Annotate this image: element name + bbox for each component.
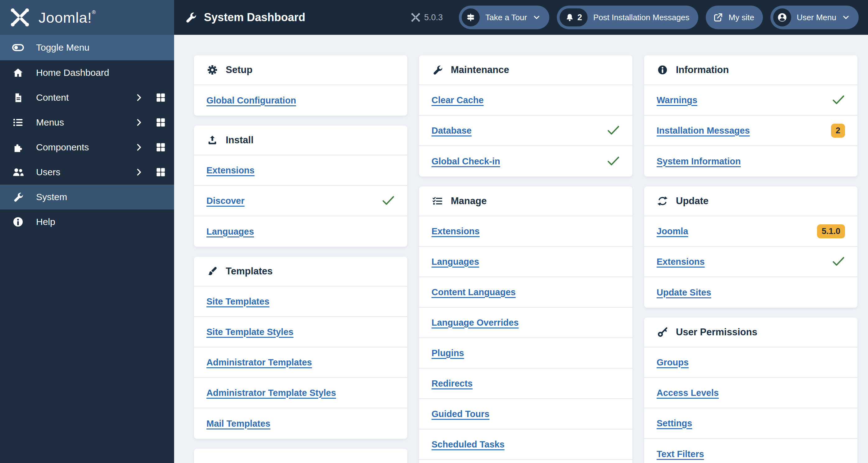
card-row: Languages: [194, 216, 407, 247]
card-title: Templates: [226, 266, 273, 277]
app-window: Joomla!® Toggle Menu Home Dashboard Cont…: [0, 0, 868, 463]
link-administrator-templates[interactable]: Administrator Templates: [207, 357, 312, 368]
grid-icon[interactable]: [155, 142, 166, 153]
dashboard-column-2: Maintenance Clear Cache Database Global …: [419, 55, 632, 463]
link-install-languages[interactable]: Languages: [207, 227, 254, 237]
list-check-icon: [432, 196, 443, 206]
refresh-icon: [657, 196, 669, 206]
card-row: Groups: [644, 348, 858, 378]
grid-icon[interactable]: [155, 92, 166, 103]
card-row: Discover: [194, 186, 407, 216]
sidebar-item-menus[interactable]: Menus: [0, 110, 174, 135]
link-administrator-template-styles[interactable]: Administrator Template Styles: [207, 388, 336, 398]
card-row: Access Levels: [644, 378, 858, 408]
link-access-levels[interactable]: Access Levels: [657, 388, 719, 398]
link-update-extensions[interactable]: Extensions: [657, 257, 705, 267]
sidebar-item-components[interactable]: Components: [0, 135, 174, 160]
card-row: Joomla 5.1.0: [644, 216, 858, 247]
sidebar-item-label: System: [36, 192, 67, 202]
document-icon: [11, 93, 25, 103]
link-update-sites[interactable]: Update Sites: [657, 288, 711, 298]
link-install-extensions[interactable]: Extensions: [207, 165, 255, 175]
key-icon: [657, 327, 669, 337]
chevron-right-icon[interactable]: [134, 118, 144, 127]
link-global-check-in[interactable]: Global Check-in: [432, 156, 500, 167]
link-text-filters[interactable]: Text Filters: [657, 449, 704, 459]
sidebar-item-users[interactable]: Users: [0, 160, 174, 185]
link-warnings[interactable]: Warnings: [657, 95, 697, 105]
link-groups[interactable]: Groups: [657, 357, 689, 368]
chevron-right-icon[interactable]: [134, 143, 144, 152]
link-settings[interactable]: Settings: [657, 418, 692, 429]
card-row: Scheduled Tasks: [419, 429, 632, 460]
gear-icon: [207, 65, 218, 75]
card-row: Guided Tours: [419, 399, 632, 429]
link-guided-tours[interactable]: Guided Tours: [432, 409, 489, 419]
card-templates: Templates Site Templates Site Template S…: [194, 257, 407, 439]
card-row: Plugins: [419, 338, 632, 368]
sidebar-item-system[interactable]: System: [0, 185, 174, 209]
signpost-icon: [462, 8, 480, 26]
user-menu-label: User Menu: [797, 13, 836, 22]
sidebar-item-home-dashboard[interactable]: Home Dashboard: [0, 60, 174, 85]
sidebar-item-content[interactable]: Content: [0, 85, 174, 110]
user-menu-button[interactable]: User Menu: [770, 6, 859, 29]
check-icon: [832, 95, 845, 105]
link-content-languages[interactable]: Content Languages: [432, 287, 516, 297]
wrench-icon: [432, 65, 443, 75]
link-joomla-update[interactable]: Joomla: [657, 226, 688, 236]
sidebar-item-help[interactable]: Help: [0, 209, 174, 234]
card-row: Administrator Templates: [194, 348, 407, 378]
link-database[interactable]: Database: [432, 126, 472, 136]
post-installation-label: Post Installation Messages: [593, 13, 689, 22]
link-manage-extensions[interactable]: Extensions: [432, 226, 480, 236]
notification-count: 2: [560, 8, 588, 26]
link-clear-cache[interactable]: Clear Cache: [432, 95, 484, 105]
info-circle-icon: [11, 216, 25, 228]
link-site-template-styles[interactable]: Site Template Styles: [207, 327, 293, 337]
my-site-button[interactable]: My site: [706, 6, 763, 29]
card-row: Update Sites: [644, 277, 858, 308]
link-language-overrides[interactable]: Language Overrides: [432, 318, 519, 328]
grid-icon[interactable]: [155, 117, 166, 128]
sidebar-item-label: Help: [36, 217, 55, 227]
card-maintenance: Maintenance Clear Cache Database Global …: [419, 55, 632, 176]
card-row: Extensions: [419, 216, 632, 247]
card-row: Administrator Template Styles: [194, 378, 407, 408]
link-mail-templates[interactable]: Mail Templates: [207, 419, 271, 429]
count-badge: 2: [831, 124, 845, 138]
link-installation-messages[interactable]: Installation Messages: [657, 126, 750, 136]
card-information-header: Information: [644, 55, 858, 85]
chevron-right-icon[interactable]: [134, 93, 144, 102]
link-scheduled-tasks[interactable]: Scheduled Tasks: [432, 439, 504, 450]
card-row: Database: [419, 115, 632, 146]
link-discover[interactable]: Discover: [207, 196, 245, 206]
link-global-configuration[interactable]: Global Configuration: [207, 95, 296, 106]
chevron-right-icon[interactable]: [134, 167, 144, 177]
card-install: Install Extensions Discover Languages: [194, 126, 407, 247]
check-icon: [607, 156, 620, 167]
toggle-icon: [11, 41, 25, 54]
link-system-information[interactable]: System Information: [657, 156, 741, 167]
sidebar-item-label: Home Dashboard: [36, 67, 109, 78]
link-site-templates[interactable]: Site Templates: [207, 296, 270, 307]
grid-icon[interactable]: [155, 167, 166, 177]
card-manage: Manage Extensions Languages Content Lang…: [419, 187, 632, 463]
logo-wordmark: Joomla!®: [38, 9, 96, 26]
toggle-menu-button[interactable]: Toggle Menu: [0, 35, 174, 60]
card-title: Manage: [451, 195, 487, 207]
take-a-tour-button[interactable]: Take a Tour: [459, 6, 549, 29]
check-icon: [832, 256, 845, 267]
page-title-text: System Dashboard: [204, 11, 305, 24]
link-manage-languages[interactable]: Languages: [432, 257, 479, 267]
registered-mark: ®: [92, 9, 96, 15]
link-plugins[interactable]: Plugins: [432, 348, 464, 358]
card-setup-header: Setup: [194, 55, 407, 85]
card-row: Text Filters: [644, 439, 858, 463]
post-installation-messages-button[interactable]: 2 Post Installation Messages: [557, 6, 698, 29]
list-icon: [11, 117, 25, 128]
link-redirects[interactable]: Redirects: [432, 378, 472, 389]
users-icon: [11, 167, 25, 178]
my-site-label: My site: [729, 13, 754, 22]
card-templates-header: Templates: [194, 257, 407, 287]
